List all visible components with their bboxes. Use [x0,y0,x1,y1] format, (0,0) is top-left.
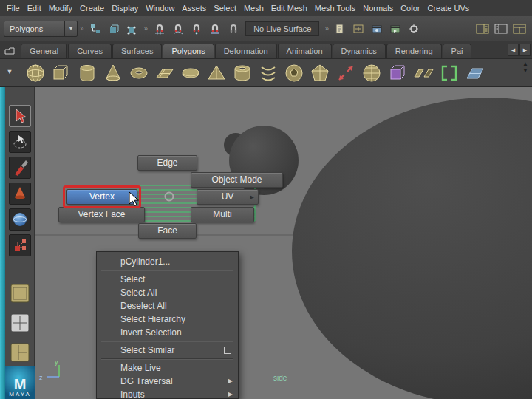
marking-menu-face[interactable]: Face [138,223,197,239]
shelf-tab-deformation[interactable]: Deformation [215,44,277,58]
menu-create-uvs[interactable]: Create UVs [423,0,473,16]
render-current-frame-icon[interactable] [369,20,386,37]
ipr-render-icon[interactable] [387,20,404,37]
panel-tool-settings-icon[interactable] [492,20,509,37]
menu-normals[interactable]: Normals [359,0,397,16]
context-menu-item-make-live[interactable]: Make Live [97,361,238,375]
make-live-icon[interactable] [225,20,242,37]
snap-to-view-plane-icon[interactable] [206,20,223,37]
select-object-icon[interactable] [106,20,123,37]
marking-menu-object-mode[interactable]: Object Mode [191,172,283,188]
mirror-geometry-icon[interactable] [412,61,435,85]
poly-pipe-icon[interactable] [231,61,254,85]
context-menu-item-pcylinder1[interactable]: pCylinder1... [97,255,238,268]
maya-logo-mark: M [14,378,27,391]
shelf-tab-rendering[interactable]: Rendering [386,44,442,58]
menu-edit[interactable]: Edit [24,0,45,16]
context-menu-item-select-similar[interactable]: Select Similar [97,344,238,357]
menu-mesh-tools[interactable]: Mesh Tools [311,0,359,16]
context-menu-item-select[interactable]: Select [97,273,238,286]
menu-color[interactable]: Color [397,0,423,16]
shelf-menu-arrow-icon[interactable]: ▼ [3,65,16,78]
marking-menu-vertex[interactable]: Vertex [66,189,137,205]
shelf-tab-polygons[interactable]: Polygons [163,44,214,58]
shelf-tab-general[interactable]: General [21,44,67,58]
poly-platonic-icon[interactable] [308,61,332,85]
group-separator-icon[interactable]: » [144,16,149,41]
panel-attribute-editor-icon[interactable] [474,20,491,37]
panel-channel-box-icon[interactable] [511,20,528,37]
selection-mode-dropdown[interactable]: Polygons ▼ [4,21,78,37]
select-component-icon[interactable] [124,20,141,37]
shelf-scroll-up-icon[interactable]: ▲ [522,61,528,67]
shelf-tab-animation[interactable]: Animation [278,44,332,58]
poly-helix-icon[interactable] [256,61,280,85]
menu-create[interactable]: Create [76,0,108,16]
lasso-tool-icon[interactable] [9,131,31,153]
extrude-faces-icon[interactable] [334,61,358,85]
context-menu-item-invert-selection[interactable]: Invert Selection [97,326,238,339]
shelf-tab-surfaces[interactable]: Surfaces [112,44,162,58]
scale-tool-icon[interactable] [9,234,31,256]
submenu-arrow-icon: ▶ [250,194,254,200]
context-menu-item-select-hierarchy[interactable]: Select Hierarchy [97,313,238,326]
move-tool-icon[interactable] [9,183,31,205]
select-hierarchy-icon[interactable] [87,20,104,37]
render-settings-icon[interactable] [406,20,423,37]
poly-cone-icon[interactable] [101,61,125,85]
snap-to-grid-icon[interactable] [151,20,168,37]
maya-logo: M MAYA [5,366,35,399]
poly-disc-icon[interactable] [179,61,202,85]
select-tool-icon[interactable] [9,105,31,127]
menu-assets[interactable]: Assets [178,0,210,16]
snap-to-curve-icon[interactable] [169,20,186,37]
subdiv-proxy-icon[interactable] [386,61,409,85]
menu-window[interactable]: Window [142,0,178,16]
bridge-edges-icon[interactable] [437,61,461,85]
poly-cube-icon[interactable] [50,61,73,85]
context-menu-item-deselect-all[interactable]: Deselect All [97,299,238,313]
menu-mesh[interactable]: Mesh [240,0,267,16]
poly-torus-icon[interactable] [127,61,151,85]
group-separator-icon[interactable]: » [324,16,329,41]
context-menu-item-inputs[interactable]: Inputs▶ [97,388,238,399]
context-menu-separator [101,341,233,342]
layout-four-pane-icon[interactable] [9,312,31,334]
smooth-mesh-icon[interactable] [360,61,383,85]
shelf-tab-prev-icon[interactable]: ◀ [508,44,519,56]
shelf-scroll-down-icon[interactable]: ▼ [522,67,528,74]
poly-cylinder-icon[interactable] [75,61,99,85]
menu-file[interactable]: File [3,0,24,16]
context-menu-item-dg-traversal[interactable]: DG Traversal▶ [97,375,238,388]
snap-to-point-icon[interactable] [188,20,205,37]
live-surface-field[interactable]: No Live Surface [245,21,319,36]
menu-select[interactable]: Select [210,0,240,16]
option-box-icon[interactable] [224,347,231,354]
menu-display[interactable]: Display [108,0,142,16]
shelf-tabs-toggle-icon[interactable] [3,44,16,58]
menu-edit-mesh[interactable]: Edit Mesh [267,0,311,16]
selection-mode-label: Polygons [4,24,64,33]
quad-draw-icon[interactable] [463,61,487,85]
marking-menu-multi[interactable]: Multi [191,207,254,222]
shelf-tab-dynamics[interactable]: Dynamics [332,44,386,58]
layout-single-pane-icon[interactable] [9,282,31,304]
menu-modify[interactable]: Modify [45,0,76,16]
poly-sphere-icon[interactable] [24,61,47,85]
layout-split-pane-icon[interactable] [9,341,31,364]
rotate-tool-icon[interactable] [9,208,31,231]
shelf-tab-next-icon[interactable]: ▶ [519,44,531,56]
shelf-tab-paint[interactable]: Pai [443,44,472,58]
group-separator-icon[interactable]: » [80,16,84,41]
marking-menu-vertex-face[interactable]: Vertex Face [58,207,145,222]
poly-pyramid-icon[interactable] [205,61,228,85]
marking-menu-uv[interactable]: UV▶ [197,189,259,205]
marking-menu-edge[interactable]: Edge [137,155,197,171]
context-menu-item-select-all[interactable]: Select All [97,286,238,299]
poly-soccerball-icon[interactable] [282,61,306,85]
construction-history-icon[interactable] [332,20,349,37]
input-operations-icon[interactable] [350,20,367,37]
poly-plane-icon[interactable] [153,61,177,85]
paint-select-tool-icon[interactable] [9,157,31,179]
shelf-tab-curves[interactable]: Curves [68,44,112,58]
